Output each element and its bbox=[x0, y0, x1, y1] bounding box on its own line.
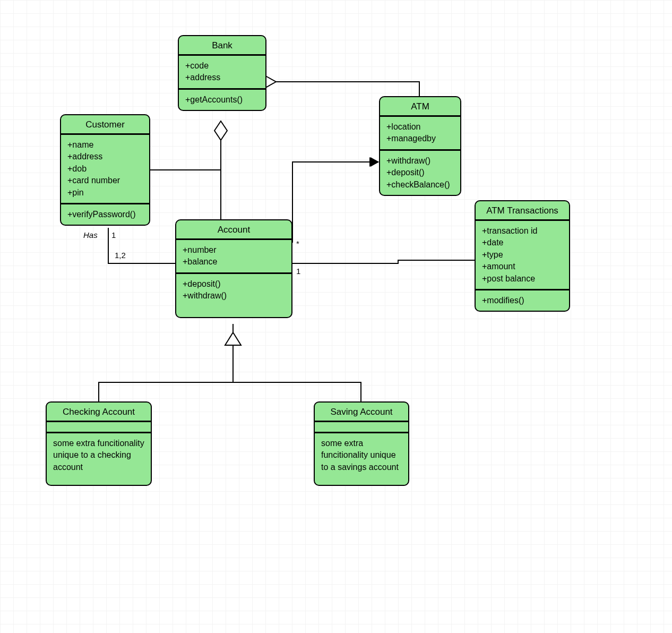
connectors bbox=[0, 0, 672, 633]
class-ops: +verifyPassword() bbox=[61, 204, 149, 225]
class-attrs: +transaction id +date +type +amount +pos… bbox=[476, 221, 569, 290]
label-star: * bbox=[296, 239, 299, 248]
class-ops: +withdraw() +deposit() +checkBalance() bbox=[380, 151, 460, 195]
class-attrs: +name +address +dob +card number +pin bbox=[61, 135, 149, 204]
class-attrs bbox=[47, 422, 151, 433]
label-onetwo: 1,2 bbox=[115, 251, 126, 260]
class-title: Bank bbox=[179, 36, 265, 56]
label-has: Has bbox=[83, 230, 98, 239]
class-attrs bbox=[315, 422, 408, 433]
class-ops: +deposit() +withdraw() bbox=[176, 274, 291, 317]
class-attrs: +location +managedby bbox=[380, 117, 460, 151]
class-title: ATM Transactions bbox=[476, 201, 569, 221]
svg-marker-1 bbox=[369, 157, 379, 167]
class-saving-account[interactable]: Saving Account some extra funcitionality… bbox=[314, 401, 409, 486]
class-attrs: +code +address bbox=[179, 56, 265, 90]
class-ops: some extra funcitionality unique to a sa… bbox=[315, 433, 408, 485]
label-one: 1 bbox=[111, 230, 116, 239]
class-title: Checking Account bbox=[47, 403, 151, 422]
class-bank[interactable]: Bank +code +address +getAccounts() bbox=[178, 35, 266, 111]
class-checking-account[interactable]: Checking Account some extra funcitionali… bbox=[46, 401, 152, 486]
class-ops: some extra funcitionality unique to a ch… bbox=[47, 433, 151, 485]
class-title: Customer bbox=[61, 115, 149, 135]
class-attrs: +number +balance bbox=[176, 240, 291, 274]
class-account[interactable]: Account +number +balance +deposit() +wit… bbox=[175, 219, 292, 318]
label-one2: 1 bbox=[296, 267, 300, 276]
class-title: ATM bbox=[380, 97, 460, 117]
class-atm[interactable]: ATM +location +managedby +withdraw() +de… bbox=[379, 96, 461, 196]
class-title: Saving Account bbox=[315, 403, 408, 422]
diagram-canvas: Bank +code +address +getAccounts() Custo… bbox=[0, 0, 672, 633]
class-ops: +getAccounts() bbox=[179, 90, 265, 110]
class-ops: +modifies() bbox=[476, 290, 569, 311]
class-title: Account bbox=[176, 220, 291, 240]
class-atm-transactions[interactable]: ATM Transactions +transaction id +date +… bbox=[475, 200, 570, 312]
class-customer[interactable]: Customer +name +address +dob +card numbe… bbox=[60, 114, 150, 226]
